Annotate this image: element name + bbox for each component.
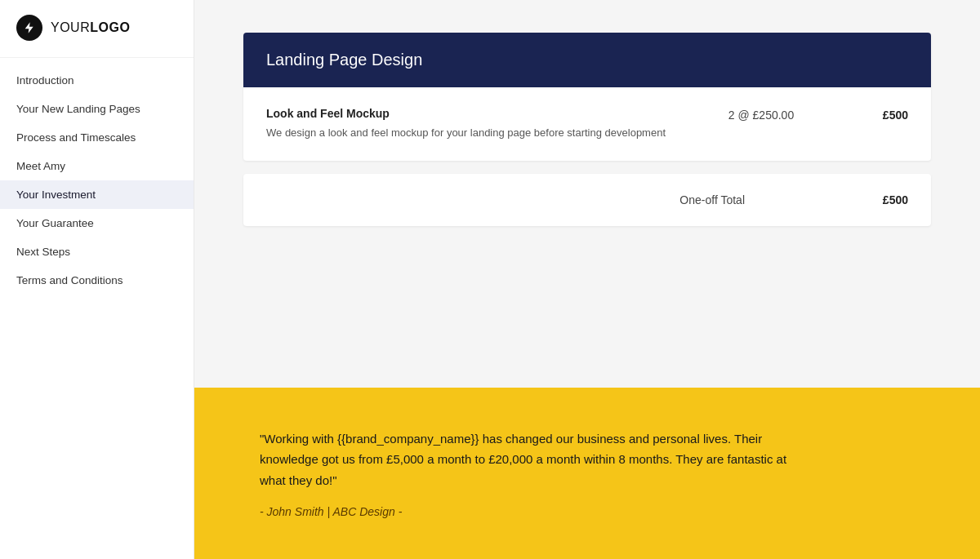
lightning-bolt-icon <box>23 21 36 34</box>
sidebar-item-0[interactable]: Introduction <box>0 66 194 95</box>
sidebar-item-4[interactable]: Your Investment <box>0 180 194 209</box>
invoice-item-price-0: £500 <box>826 107 908 122</box>
invoice-item-desc-0: Look and Feel Mockup We design a look an… <box>266 107 696 141</box>
total-card: One-off Total £500 <box>243 174 931 226</box>
logo-icon <box>16 15 42 41</box>
content-area: Landing Page Design Look and Feel Mockup… <box>194 0 980 388</box>
sidebar-item-3[interactable]: Meet Amy <box>0 152 194 180</box>
testimonial-author: - John Smith | ABC Design - <box>260 505 915 518</box>
sidebar-item-2[interactable]: Process and Timescales <box>0 123 194 152</box>
main-content: Landing Page Design Look and Feel Mockup… <box>194 0 980 559</box>
invoice-title: Landing Page Design <box>266 51 908 69</box>
invoice-card: Landing Page Design Look and Feel Mockup… <box>243 33 931 161</box>
invoice-header: Landing Page Design <box>243 33 931 87</box>
invoice-item-qty-0: 2 @ £250.00 <box>696 107 826 122</box>
sidebar-item-6[interactable]: Next Steps <box>0 237 194 266</box>
testimonial-quote: "Working with {{brand_company_name}} has… <box>260 428 815 491</box>
invoice-item-detail-0: We design a look and feel mockup for you… <box>266 125 696 141</box>
invoice-row-0: Look and Feel Mockup We design a look an… <box>243 87 931 161</box>
invoice-items: Look and Feel Mockup We design a look an… <box>243 87 931 161</box>
invoice-item-name-0: Look and Feel Mockup <box>266 107 696 120</box>
testimonial-area: "Working with {{brand_company_name}} has… <box>194 388 980 560</box>
logo-area: YOURLOGO <box>0 0 194 58</box>
nav-list: IntroductionYour New Landing PagesProces… <box>0 58 194 559</box>
logo-text: YOURLOGO <box>51 20 130 35</box>
sidebar-item-7[interactable]: Terms and Conditions <box>0 266 194 295</box>
sidebar: YOURLOGO IntroductionYour New Landing Pa… <box>0 0 194 559</box>
sidebar-item-1[interactable]: Your New Landing Pages <box>0 95 194 123</box>
sidebar-item-5[interactable]: Your Guarantee <box>0 209 194 237</box>
total-label: One-off Total <box>679 193 745 206</box>
total-amount: £500 <box>826 193 908 206</box>
